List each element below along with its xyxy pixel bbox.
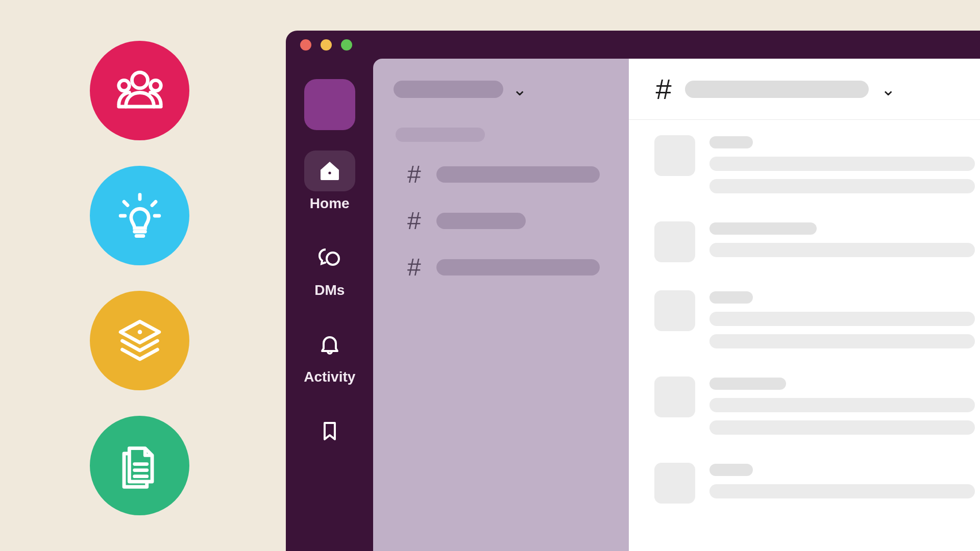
author-placeholder	[709, 136, 753, 148]
message-item	[654, 290, 975, 348]
rail-label: Activity	[304, 369, 355, 385]
channel-title-placeholder	[685, 81, 869, 98]
text-line-placeholder	[709, 420, 975, 435]
minimize-button[interactable]	[321, 39, 332, 51]
badge-secure-stack	[90, 291, 189, 390]
app-window: Home DMs Activity	[286, 31, 980, 551]
documents-icon	[112, 438, 168, 494]
avatar[interactable]	[654, 377, 695, 417]
message-item	[654, 463, 975, 504]
channel-sidebar: ⌄ # # #	[373, 59, 629, 551]
rail-item-later[interactable]	[291, 406, 368, 461]
channel-header[interactable]: # ⌄	[629, 59, 980, 120]
titlebar	[286, 31, 980, 59]
channel-name-placeholder	[436, 213, 526, 229]
rail-item-dms[interactable]: DMs	[291, 232, 368, 304]
message-list	[629, 120, 980, 551]
chevron-down-icon: ⌄	[881, 79, 895, 99]
avatar[interactable]	[654, 221, 695, 262]
main-pane: # ⌄	[629, 59, 980, 551]
svg-point-1	[118, 80, 129, 91]
section-label-placeholder	[396, 128, 485, 142]
rail-item-home[interactable]: Home	[291, 145, 368, 217]
close-button[interactable]	[300, 39, 311, 51]
channel-name-placeholder	[436, 166, 600, 183]
chevron-down-icon: ⌄	[512, 79, 527, 99]
badge-idea	[90, 166, 189, 265]
lightbulb-icon	[112, 188, 168, 244]
badge-people	[90, 41, 189, 140]
message-item	[654, 377, 975, 435]
channel-item[interactable]: #	[394, 160, 608, 188]
hash-icon: #	[405, 253, 423, 281]
rail-label: Home	[310, 195, 350, 212]
channel-item[interactable]: #	[394, 253, 608, 281]
text-line-placeholder	[709, 312, 975, 326]
hash-icon: #	[405, 207, 423, 235]
workspace-switcher[interactable]	[304, 79, 355, 130]
bookmark-icon	[317, 419, 342, 443]
avatar[interactable]	[654, 290, 695, 331]
avatar[interactable]	[654, 135, 695, 176]
hash-icon: #	[654, 72, 673, 106]
author-placeholder	[709, 222, 817, 235]
rail-item-activity[interactable]: Activity	[291, 319, 368, 390]
workspace-header[interactable]: ⌄	[394, 79, 608, 99]
avatar[interactable]	[654, 463, 695, 504]
svg-point-5	[327, 253, 339, 265]
nav-rail: Home DMs Activity	[286, 59, 373, 551]
badge-docs	[90, 416, 189, 515]
channel-item[interactable]: #	[394, 207, 608, 235]
channel-name-placeholder	[436, 259, 600, 276]
author-placeholder	[709, 464, 753, 476]
text-line-placeholder	[709, 157, 975, 171]
svg-point-3	[137, 330, 142, 334]
svg-point-0	[132, 72, 148, 88]
workspace-name-placeholder	[394, 81, 503, 98]
text-line-placeholder	[709, 179, 975, 193]
text-line-placeholder	[709, 484, 975, 498]
chat-icon	[317, 245, 342, 270]
svg-point-2	[150, 80, 161, 91]
text-line-placeholder	[709, 243, 975, 257]
rail-label: DMs	[314, 282, 345, 298]
message-item	[654, 221, 975, 262]
hash-icon: #	[405, 160, 423, 188]
text-line-placeholder	[709, 398, 975, 412]
message-item	[654, 135, 975, 193]
svg-point-4	[328, 171, 331, 174]
author-placeholder	[709, 291, 753, 304]
feature-badges	[90, 41, 189, 515]
text-line-placeholder	[709, 334, 975, 348]
author-placeholder	[709, 378, 786, 390]
zoom-button[interactable]	[341, 39, 352, 51]
home-icon	[317, 159, 342, 183]
bell-icon	[317, 332, 342, 357]
people-icon	[112, 63, 168, 119]
layers-lock-icon	[112, 313, 168, 369]
